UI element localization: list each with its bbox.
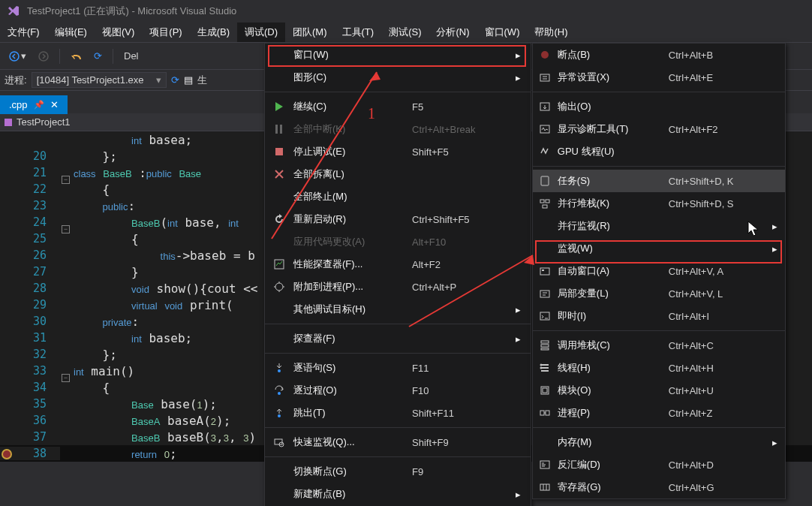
fold-icon[interactable]: −: [62, 374, 70, 382]
menu-item[interactable]: 自动窗口(A)Ctrl+Alt+V, A: [533, 260, 785, 282]
menu-item[interactable]: 断点(B)Ctrl+Alt+B: [533, 44, 785, 66]
menu-item-shortcut: Ctrl+Alt+Break: [412, 124, 510, 135]
menu-2[interactable]: 视图(V): [95, 23, 142, 42]
menu-item-shortcut: Ctrl+Alt+C: [669, 340, 766, 351]
menu-10[interactable]: 窗口(W): [477, 23, 528, 42]
fold-icon[interactable]: −: [62, 225, 70, 233]
menu-item-shortcut: Alt+F2: [412, 259, 510, 270]
locals-icon: [539, 288, 552, 300]
document-tab[interactable]: .cpp 📌 ✕: [0, 95, 68, 114]
menu-3[interactable]: 项目(P): [142, 23, 189, 42]
menu-4[interactable]: 生成(B): [190, 23, 237, 42]
nav-forward-button[interactable]: [34, 48, 53, 65]
menu-7[interactable]: 工具(T): [335, 23, 382, 42]
menu-9[interactable]: 分析(N): [429, 23, 477, 42]
reg-icon: [539, 481, 552, 493]
menu-item[interactable]: 继续(C)F5: [265, 95, 531, 118]
redo-button[interactable]: ⟳: [89, 47, 107, 65]
menu-item[interactable]: 并行堆栈(K)Ctrl+Shift+D, S: [533, 192, 785, 215]
menu-item[interactable]: 反汇编(D)Ctrl+Alt+D: [533, 453, 785, 476]
menu-item[interactable]: 输出(O): [533, 95, 785, 118]
quickwatch-icon: [271, 436, 287, 448]
menu-item[interactable]: 线程(H)Ctrl+Alt+H: [533, 357, 785, 379]
modules-icon: [539, 384, 552, 396]
menu-item-label: 局部变量(L): [558, 287, 663, 300]
close-icon[interactable]: ✕: [50, 99, 59, 110]
menu-item-label: 性能探查器(F)...: [293, 258, 406, 271]
svg-rect-23: [542, 270, 544, 271]
svg-rect-2: [275, 125, 278, 134]
menu-6[interactable]: 团队(M): [285, 23, 335, 42]
proc-icon: [539, 407, 552, 419]
breadcrumb-item[interactable]: TestProject1: [17, 116, 71, 128]
menu-item[interactable]: 探查器(F)▸: [265, 327, 531, 350]
menu-item[interactable]: 任务(S)Ctrl+Shift+D, K: [533, 170, 785, 192]
submenu-arrow-icon: ▸: [516, 72, 525, 83]
menu-item[interactable]: 跳出(T)Shift+F11: [265, 402, 531, 424]
menu-item-label: 内存(M): [558, 435, 663, 449]
menu-item[interactable]: 性能探查器(F)...Alt+F2: [265, 253, 531, 276]
menu-item[interactable]: GPU 线程(U): [533, 140, 785, 163]
breakpoint-icon[interactable]: [2, 449, 12, 459]
menu-item-label: 新建断点(B): [293, 487, 406, 501]
menu-item[interactable]: 全部终止(M): [265, 185, 531, 208]
menu-item-label: 即时(I): [558, 309, 663, 323]
svg-rect-17: [540, 125, 549, 133]
menu-item-shortcut: Shift+F5: [412, 146, 510, 158]
menu-item-label: 逐过程(O): [293, 384, 406, 397]
menu-item[interactable]: 重新启动(R)Ctrl+Shift+F5: [265, 208, 531, 230]
stepinto-icon: [271, 362, 287, 374]
menu-item[interactable]: 其他调试目标(H)▸: [265, 298, 531, 321]
menu-item[interactable]: 停止调试(E)Shift+F5: [265, 140, 531, 163]
menu-item[interactable]: 寄存器(G)Ctrl+Alt+G: [533, 476, 785, 498]
menu-5[interactable]: 调试(D): [237, 23, 285, 42]
process-combo[interactable]: [10484] TestProject1.exe ▾: [32, 72, 167, 88]
menu-item[interactable]: 进程(P)Ctrl+Alt+Z: [533, 402, 785, 424]
pin-icon[interactable]: 📌: [34, 100, 44, 110]
threads-dropdown-icon[interactable]: ▤: [184, 74, 193, 86]
menu-1[interactable]: 编辑(E): [47, 23, 95, 42]
menu-item[interactable]: 逐语句(S)F11: [265, 357, 531, 379]
submenu-arrow-icon: ▸: [516, 333, 525, 345]
stepover-icon: [271, 384, 287, 396]
menu-item[interactable]: 监视(W)▸: [533, 237, 785, 260]
submenu-arrow-icon: ▸: [772, 437, 779, 448]
menu-item[interactable]: 切换断点(G)F9: [265, 460, 531, 483]
detach-icon: [271, 168, 287, 180]
menu-item[interactable]: 附加到进程(P)...Ctrl+Alt+P: [265, 276, 531, 298]
menu-item[interactable]: 窗口(W)▸: [265, 44, 531, 66]
menu-item[interactable]: 逐过程(O)F10: [265, 379, 531, 402]
menu-item-label: 断点(B): [558, 48, 663, 62]
menu-item-label: 其他调试目标(H): [293, 303, 406, 316]
refresh-threads-icon[interactable]: ⟳: [171, 74, 179, 86]
menu-item-shortcut: F10: [412, 385, 510, 396]
menu-8[interactable]: 测试(S): [381, 23, 429, 42]
menu-item[interactable]: 异常设置(X)Ctrl+Alt+E: [533, 66, 785, 89]
menu-item-label: 探查器(F): [293, 332, 406, 345]
menu-0[interactable]: 文件(F): [0, 23, 47, 42]
svg-rect-27: [541, 345, 549, 347]
menu-item[interactable]: 即时(I)Ctrl+Alt+I: [533, 305, 785, 327]
fold-icon[interactable]: −: [62, 176, 70, 184]
menu-11[interactable]: 帮助(H): [527, 23, 575, 42]
menu-item[interactable]: 局部变量(L)Ctrl+Alt+V, L: [533, 282, 785, 305]
menu-item[interactable]: 模块(O)Ctrl+Alt+U: [533, 379, 785, 402]
submenu-arrow-icon: ▸: [772, 243, 779, 255]
menu-item[interactable]: 新建断点(B)▸: [265, 483, 531, 505]
menu-item-label: 自动窗口(A): [558, 264, 663, 278]
nav-back-button[interactable]: ▾: [5, 47, 31, 65]
menu-item[interactable]: 内存(M)▸: [533, 431, 785, 453]
menu-item[interactable]: 全部拆离(L): [265, 163, 531, 185]
annotation-label-1: 1: [368, 105, 375, 122]
menu-item-label: 切换断点(G): [293, 465, 406, 478]
perf-icon: [271, 258, 287, 270]
menu-item[interactable]: 显示诊断工具(T)Ctrl+Alt+F2: [533, 118, 785, 140]
menu-item[interactable]: 图形(C)▸: [265, 66, 531, 89]
menu-item-shortcut: F9: [412, 466, 510, 477]
submenu-arrow-icon: ▸: [516, 489, 525, 500]
menu-item[interactable]: 快速监视(Q)...Shift+F9: [265, 431, 531, 453]
menu-item-shortcut: Ctrl+Alt+D: [669, 459, 766, 471]
menu-item-label: 寄存器(G): [558, 480, 663, 494]
menu-item[interactable]: 调用堆栈(C)Ctrl+Alt+C: [533, 334, 785, 357]
undo-button[interactable]: [66, 48, 86, 64]
